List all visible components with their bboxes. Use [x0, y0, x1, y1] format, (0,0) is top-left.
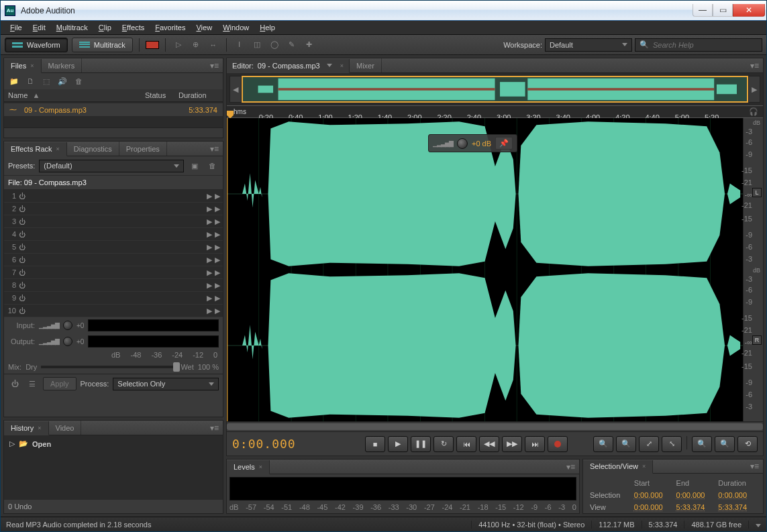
tab-history[interactable]: History×	[4, 421, 49, 435]
zoom-out-icon[interactable]: 🔍	[616, 436, 636, 452]
effect-slot[interactable]: 9⏻▶▶	[4, 292, 223, 305]
zoom-reset-icon[interactable]: ⟲	[737, 436, 758, 452]
overview-waveform[interactable]	[242, 76, 748, 103]
waveform-mode-button[interactable]: Waveform	[5, 38, 68, 52]
panel-menu-icon[interactable]: ▾≡	[206, 144, 223, 154]
record-button[interactable]	[548, 436, 568, 452]
headphones-icon[interactable]: 🎧	[744, 107, 763, 116]
move-tool[interactable]: ▷	[172, 38, 185, 52]
output-gain-knob[interactable]	[63, 337, 72, 346]
overview-prev[interactable]: ◀	[229, 76, 242, 103]
rack-power-icon[interactable]: ⏻	[8, 377, 21, 390]
hand-tool[interactable]: ⊕	[189, 38, 203, 52]
insert-icon[interactable]: 🔊	[56, 76, 68, 87]
open-file-icon[interactable]: 📁	[8, 76, 20, 87]
workspace-dropdown[interactable]: Default	[545, 38, 632, 52]
multitrack-mode-button[interactable]: Multitrack	[72, 38, 133, 52]
process-dropdown[interactable]: Selection Only	[113, 378, 219, 390]
zoom-in-point-icon[interactable]: 🔍	[692, 436, 712, 452]
brush-tool[interactable]: ✎	[285, 38, 299, 52]
close-icon[interactable]: ×	[340, 62, 344, 69]
column-status[interactable]: Status	[145, 91, 178, 99]
presets-dropdown[interactable]: (Default)	[39, 160, 184, 172]
chevron-down-icon[interactable]	[327, 64, 332, 67]
search-input[interactable]	[653, 41, 758, 49]
selection-duration[interactable]: 0:00.000	[718, 491, 747, 499]
effect-slot[interactable]: 4⏻▶▶	[4, 228, 223, 241]
zoom-in-icon[interactable]: 🔍	[593, 436, 613, 452]
view-start[interactable]: 0:00.000	[634, 503, 663, 511]
close-icon[interactable]: ×	[56, 146, 60, 152]
playhead-marker[interactable]	[227, 111, 234, 119]
menu-file[interactable]: File	[5, 21, 28, 34]
new-file-icon[interactable]: 🗋	[24, 76, 36, 87]
pin-icon[interactable]: 📌	[495, 137, 513, 150]
minimize-button[interactable]: —	[693, 4, 713, 17]
tab-effects-rack[interactable]: Effects Rack×	[4, 142, 67, 156]
tab-diagnostics[interactable]: Diagnostics	[67, 142, 119, 156]
rack-list-icon[interactable]: ☰	[25, 377, 39, 390]
menu-multitrack[interactable]: Multitrack	[51, 21, 93, 34]
waveform-display[interactable]: ▁▂▃▅▇ +0 dB 📌	[227, 118, 743, 421]
rewind-button[interactable]: ◀◀	[479, 436, 499, 452]
panel-menu-icon[interactable]: ▾≡	[562, 462, 579, 472]
skip-prev-button[interactable]: ⏮	[456, 436, 476, 452]
panel-menu-icon[interactable]: ▾≡	[206, 61, 223, 70]
effect-slot[interactable]: 3⏻▶▶	[4, 215, 223, 228]
heal-tool[interactable]: ✚	[303, 38, 316, 52]
horizontal-scrollbar[interactable]	[4, 127, 223, 138]
effect-slot[interactable]: 7⏻▶▶	[4, 266, 223, 279]
gain-hud[interactable]: ▁▂▃▅▇ +0 dB 📌	[428, 134, 517, 152]
dropdown-icon[interactable]	[748, 521, 761, 529]
column-name[interactable]: Name ▲	[8, 91, 145, 99]
tab-properties[interactable]: Properties	[119, 142, 167, 156]
effect-slot[interactable]: 1⏻▶▶	[4, 190, 223, 203]
tab-editor[interactable]: Editor: 09 - Compass.mp3 ×	[227, 59, 350, 73]
tab-levels[interactable]: Levels×	[227, 460, 270, 474]
spectral-display-toggle[interactable]	[146, 38, 159, 52]
view-end[interactable]: 5:33.374	[676, 503, 705, 511]
tab-files[interactable]: Files×	[4, 59, 42, 73]
menu-help[interactable]: Help	[254, 21, 280, 34]
file-row[interactable]: ⁓ 09 - Compass.mp3 5:33.374	[4, 103, 223, 116]
tab-mixer[interactable]: Mixer	[350, 58, 382, 72]
effect-slot[interactable]: 2⏻▶▶	[4, 203, 223, 215]
close-icon[interactable]: ×	[30, 62, 34, 69]
lasso-tool[interactable]: ◯	[268, 38, 281, 52]
save-preset-icon[interactable]: ▣	[188, 159, 201, 172]
zoom-full-icon[interactable]: ⤢	[639, 436, 659, 452]
zoom-selection-icon[interactable]: ⤡	[662, 436, 682, 452]
time-selection-tool[interactable]: Ⅰ	[233, 38, 246, 52]
effect-slot[interactable]: 5⏻▶▶	[4, 241, 223, 254]
menu-favorites[interactable]: Favorites	[150, 21, 191, 34]
loop-button[interactable]: ↻	[433, 436, 454, 452]
marquee-tool[interactable]: ◫	[250, 38, 264, 52]
view-duration[interactable]: 5:33.374	[718, 503, 747, 511]
zoom-out-point-icon[interactable]: 🔍	[715, 436, 735, 452]
timecode-display[interactable]: 0:00.000	[232, 437, 333, 451]
mix-slider[interactable]	[41, 366, 176, 368]
input-gain-knob[interactable]	[63, 321, 72, 330]
horizontal-zoom-scrollbar[interactable]	[227, 421, 763, 431]
history-item[interactable]: ▷ 📂 Open	[8, 438, 219, 449]
left-arrow-icon[interactable]: ↔	[207, 38, 220, 52]
panel-menu-icon[interactable]: ▾≡	[746, 462, 763, 471]
channel-left-button[interactable]: L	[752, 188, 762, 197]
stop-button[interactable]: ■	[365, 436, 385, 452]
selection-start[interactable]: 0:00.000	[634, 491, 663, 499]
maximize-button[interactable]: ▭	[713, 4, 733, 17]
effect-slot[interactable]: 6⏻▶▶	[4, 254, 223, 266]
import-icon[interactable]: ⬚	[40, 76, 52, 87]
search-help-field[interactable]: 🔍	[635, 38, 762, 52]
effect-slot[interactable]: 8⏻▶▶	[4, 279, 223, 292]
effect-slot[interactable]: 10⏻▶▶	[4, 305, 223, 317]
menu-window[interactable]: Window	[217, 21, 254, 34]
forward-button[interactable]: ▶▶	[502, 436, 522, 452]
channel-right-button[interactable]: R	[752, 335, 762, 345]
overview-next[interactable]: ▶	[748, 76, 760, 103]
delete-preset-icon[interactable]: 🗑	[205, 159, 219, 172]
gain-knob[interactable]	[457, 138, 468, 149]
menu-edit[interactable]: Edit	[28, 21, 51, 34]
menu-clip[interactable]: Clip	[93, 21, 117, 34]
column-duration[interactable]: Duration	[178, 91, 219, 99]
